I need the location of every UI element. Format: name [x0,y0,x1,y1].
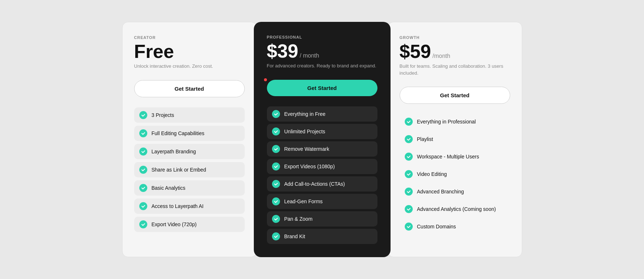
feature-item: Pan & Zoom [267,211,377,227]
check-icon [272,180,280,188]
feature-item: Access to Layerpath AI [134,199,245,214]
check-icon [272,162,280,170]
plan-price-row-growth: $59 /month [400,42,510,61]
feature-item: Playlist [400,131,510,147]
check-icon [139,184,147,192]
check-icon [139,148,147,156]
feature-text: Lead-Gen Forms [284,199,323,204]
get-started-button-growth[interactable]: Get Started [400,87,510,104]
features-list-professional: Everything in Free Unlimited Projects Re… [267,106,377,244]
feature-item: Brand Kit [267,229,377,244]
feature-text: Advanced Analytics (Coming soon) [417,206,496,212]
check-icon [272,110,280,118]
check-icon [139,166,147,174]
check-icon [405,170,413,178]
check-icon [139,111,147,119]
feature-item: Lead-Gen Forms [267,194,377,209]
check-icon [139,129,147,137]
plan-label-free: CREATOR [134,35,245,40]
check-icon [139,220,147,228]
feature-item: Basic Analytics [134,180,245,196]
feature-item: Advanced Analytics (Coming soon) [400,201,510,217]
check-icon [405,135,413,143]
feature-text: Brand Kit [284,233,305,239]
check-icon [272,127,280,135]
plan-title-free: Free [134,42,245,61]
feature-text: 3 Projects [152,112,174,118]
feature-item: Advanced Branching [400,184,510,199]
check-icon [405,118,413,126]
feature-text: Unlimited Projects [284,129,325,134]
plan-price-growth: $59 [400,42,431,61]
plan-description-free: Unlock interactive creation. Zero cost. [134,63,245,70]
check-icon [405,223,413,231]
feature-item: Workspace - Multiple Users [400,149,510,164]
feature-text: Video Editing [417,171,447,177]
features-list-free: 3 Projects Full Editing Capabilities Lay… [134,107,245,233]
check-icon [405,205,413,213]
feature-text: Export Videos (1080p) [284,164,335,169]
feature-text: Add Call-to-Actions (CTAs) [284,181,345,187]
feature-text: Share as Link or Embed [152,167,206,173]
plan-label-professional: PROFESSIONAL [267,35,377,39]
get-started-button-professional[interactable]: Get Started [267,80,377,96]
plan-card-growth: GROWTH $59 /month Built for teams. Scali… [388,22,522,257]
feature-item: Full Editing Capabilities [134,126,245,141]
feature-item: Export Video (720p) [134,217,245,232]
feature-text: Basic Analytics [152,185,185,191]
get-started-button-free[interactable]: Get Started [134,80,245,97]
check-icon [272,145,280,153]
red-dot-indicator [264,78,267,81]
feature-text: Playlist [417,136,433,142]
plan-period-growth: /month [432,53,450,59]
feature-text: Pan & Zoom [284,216,313,222]
plan-period-professional: / month [300,52,319,59]
features-list-growth: Everything in Professional Playlist Work… [400,114,510,234]
plan-card-professional: PROFESSIONAL $39 / month For advanced cr… [254,22,391,257]
feature-text: Export Video (720p) [152,221,197,227]
feature-text: Layerpath Branding [152,149,196,154]
feature-text: Access to Layerpath AI [152,203,204,209]
check-icon [272,232,280,240]
feature-text: Custom Domains [417,224,456,229]
pricing-container: CREATOR Free Unlock interactive creation… [122,22,522,257]
feature-item: 3 Projects [134,107,245,123]
feature-item: Export Videos (1080p) [267,159,377,174]
feature-item: Remove Watermark [267,141,377,157]
check-icon [139,202,147,210]
feature-text: Workspace - Multiple Users [417,154,479,160]
feature-item: Video Editing [400,166,510,182]
feature-item: Custom Domains [400,219,510,234]
plan-price-professional: $39 [267,42,299,60]
feature-text: Full Editing Capabilities [152,130,205,136]
feature-text: Remove Watermark [284,146,329,152]
feature-item: Layerpath Branding [134,144,245,159]
feature-item: Everything in Free [267,106,377,122]
feature-item: Add Call-to-Actions (CTAs) [267,176,377,192]
check-icon [405,153,413,161]
plan-price-row-professional: $39 / month [267,42,377,60]
feature-item: Share as Link or Embed [134,162,245,177]
plan-description-growth: Built for teams. Scaling and collaborati… [400,63,510,76]
feature-item: Unlimited Projects [267,124,377,139]
check-icon [405,188,413,196]
feature-item: Everything in Professional [400,114,510,129]
plan-description-professional: For advanced creators. Ready to brand an… [267,63,377,69]
feature-text: Advanced Branching [417,189,464,194]
feature-text: Everything in Free [284,111,326,117]
plan-card-free: CREATOR Free Unlock interactive creation… [122,22,257,257]
feature-text: Everything in Professional [417,119,476,125]
plan-label-growth: GROWTH [400,35,510,40]
check-icon [272,215,280,223]
check-icon [272,197,280,205]
